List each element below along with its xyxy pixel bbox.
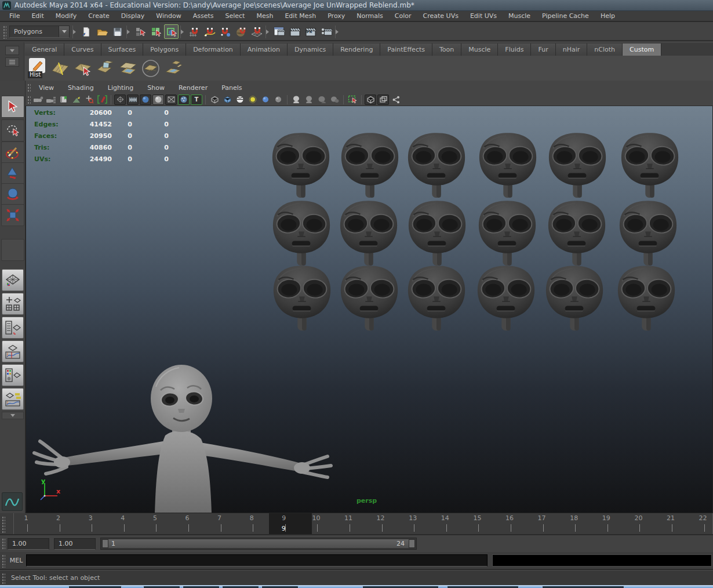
default-material-icon[interactable]	[209, 95, 220, 105]
blendshape-head[interactable]	[619, 132, 681, 200]
selection-highlight-icon[interactable]	[347, 95, 358, 105]
playback-start-field[interactable]: 1.00	[54, 538, 96, 550]
insert-edge-loop-shelf-button[interactable]	[50, 57, 71, 79]
new-scene-icon[interactable]	[79, 24, 93, 39]
menu-item-muscle[interactable]: Muscle	[503, 11, 536, 21]
no-lights-icon[interactable]	[272, 95, 284, 105]
isolate-select-side-icon[interactable]	[303, 95, 315, 105]
isolate-select-quarter-icon[interactable]	[329, 95, 340, 105]
layout-hypershade-persp-button[interactable]	[2, 364, 24, 386]
menu-set-selector[interactable]: Polygons	[9, 26, 70, 38]
blendshape-head[interactable]	[339, 264, 400, 333]
blendshape-head[interactable]	[616, 264, 677, 333]
pan-zoom-icon[interactable]	[83, 95, 95, 105]
time-slider-track[interactable]: 123456789910111213141516171819202122	[13, 513, 713, 534]
panel-menu-lighting[interactable]: Lighting	[101, 84, 140, 92]
separate-shelf-button[interactable]	[163, 57, 184, 79]
layout-single-perspective-button[interactable]	[2, 269, 24, 291]
menu-item-mesh[interactable]: Mesh	[250, 11, 279, 21]
blendshape-head[interactable]	[476, 199, 538, 268]
select-hierarchy-icon[interactable]	[133, 24, 147, 39]
all-lights-icon[interactable]	[260, 95, 271, 105]
panel-menu-show[interactable]: Show	[140, 84, 172, 92]
shelf-tab-deformation[interactable]: Deformation	[186, 43, 241, 56]
texture-view-icon[interactable]: T	[191, 95, 202, 105]
panel-menu-panels[interactable]: Panels	[214, 84, 249, 92]
isolate-select-back-icon[interactable]	[316, 95, 328, 105]
checkered-ball-icon[interactable]	[234, 95, 246, 105]
snap-to-curve-icon[interactable]	[202, 24, 217, 39]
range-start-handle[interactable]	[102, 539, 108, 548]
select-faces-shelf-button[interactable]	[72, 57, 93, 79]
layout-four-view-button[interactable]	[2, 293, 24, 315]
capture-icon[interactable]	[377, 95, 389, 105]
range-slider[interactable]: 1 24	[100, 538, 417, 550]
panel-menu-grip[interactable]	[27, 83, 31, 92]
blendshape-head[interactable]	[406, 132, 467, 200]
shelf-tab-fluids[interactable]: Fluids	[498, 43, 531, 56]
smooth-shade-icon[interactable]	[152, 95, 164, 105]
wireframe-on-shaded-icon[interactable]	[114, 95, 126, 105]
menu-item-color[interactable]: Color	[389, 11, 417, 21]
character-body[interactable]	[26, 360, 374, 513]
menu-item-edit[interactable]: Edit	[26, 11, 49, 21]
menu-item-file[interactable]: File	[3, 11, 26, 21]
shelf-tab-curves[interactable]: Curves	[64, 43, 101, 56]
panel-toolbar-grip[interactable]	[27, 95, 31, 104]
shelf-tab-toon[interactable]: Toon	[432, 43, 461, 56]
share-node-icon[interactable]	[390, 95, 402, 105]
shelf-tab-painteffects[interactable]: PaintEffects	[380, 43, 432, 56]
blendshape-head[interactable]	[547, 132, 608, 200]
collapse-separator[interactable]	[335, 24, 340, 39]
panel-menu-view[interactable]: View	[32, 84, 61, 92]
image-plane-icon[interactable]	[71, 95, 82, 105]
select-camera-icon[interactable]	[32, 95, 44, 105]
select-component-icon[interactable]	[164, 24, 179, 39]
blendshape-head[interactable]	[546, 199, 607, 268]
blendshape-head[interactable]	[406, 199, 468, 268]
isolate-select-head-icon[interactable]	[290, 95, 302, 105]
panel-menu-renderer[interactable]: Renderer	[172, 84, 214, 92]
grease-pencil-icon[interactable]	[96, 95, 108, 105]
layout-persp-hypergraph-button[interactable]	[2, 388, 24, 410]
film-gate-icon[interactable]	[127, 95, 139, 105]
anim-start-field[interactable]: 1.00	[8, 538, 49, 550]
menu-item-edit-mesh[interactable]: Edit Mesh	[279, 11, 322, 21]
menu-item-help[interactable]: Help	[595, 11, 621, 21]
blendshape-head[interactable]	[338, 199, 399, 268]
shelf-tab-nhair[interactable]: nHair	[556, 43, 588, 56]
make-live-icon[interactable]	[249, 24, 264, 39]
menu-item-select[interactable]: Select	[219, 11, 250, 21]
scale-tool-button[interactable]	[1, 204, 24, 226]
shelf-tab-muscle[interactable]: Muscle	[461, 43, 498, 56]
render-view-icon[interactable]	[272, 24, 286, 39]
layout-more-dropdown[interactable]	[2, 412, 24, 419]
paint-select-tool-button[interactable]	[1, 141, 24, 164]
blendshape-head[interactable]	[270, 132, 332, 200]
panel-menu-shading[interactable]: Shading	[61, 84, 101, 92]
shelf-tab-fur[interactable]: Fur	[531, 43, 555, 56]
menu-item-window[interactable]: Window	[150, 11, 187, 21]
save-scene-icon[interactable]	[110, 24, 125, 39]
shelf-tab-surfaces[interactable]: Surfaces	[101, 43, 144, 56]
collapse-separator[interactable]	[72, 24, 77, 39]
title-bar[interactable]: Autodesk Maya 2014 x64 - Educational Ver…	[0, 0, 713, 11]
collapse-separator[interactable]	[126, 24, 131, 39]
shelf-tab-dynamics[interactable]: Dynamics	[288, 43, 333, 56]
open-scene-icon[interactable]	[94, 24, 109, 39]
viewport-canvas[interactable]: Verts:2060000Edges:4145200Faces:2095000T…	[26, 106, 713, 513]
extrude-shelf-button[interactable]	[95, 57, 116, 79]
menu-item-assets[interactable]: Assets	[187, 11, 220, 21]
rotate-tool-button[interactable]	[1, 183, 24, 205]
blendshape-head[interactable]	[271, 264, 333, 333]
shelf-options-button[interactable]	[5, 57, 19, 67]
mel-input[interactable]	[26, 554, 488, 567]
command-line-grip[interactable]	[1, 554, 5, 568]
select-object-icon[interactable]	[148, 24, 163, 39]
render-settings-icon[interactable]	[319, 24, 333, 39]
chevron-down-icon[interactable]	[59, 26, 69, 37]
select-tool-button[interactable]	[1, 96, 24, 118]
shelf-tab-ncloth[interactable]: nCloth	[587, 43, 623, 56]
default-lighting-icon[interactable]	[247, 95, 259, 105]
snap-to-projected-center-icon[interactable]	[234, 24, 248, 39]
